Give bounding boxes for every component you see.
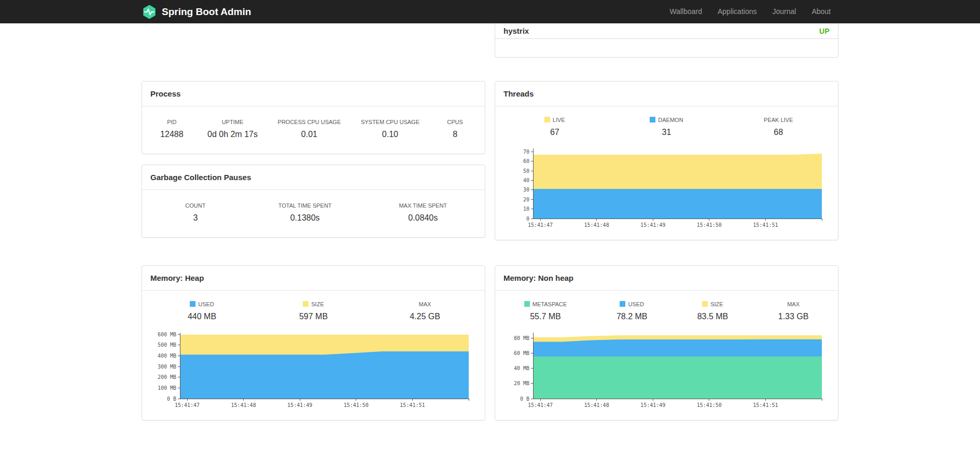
svg-text:0 B: 0 B: [167, 396, 176, 402]
svg-text:15:41:50: 15:41:50: [697, 222, 722, 228]
legend-item-peak-live: PEAK LIVE 68: [763, 117, 794, 137]
process-panel-title: Process: [142, 81, 485, 106]
metric-label: MAX TIME SPENT: [399, 202, 447, 209]
legend-item-daemon: DAEMON 31: [650, 117, 683, 137]
metric-value: 0.01: [278, 130, 341, 139]
threads-panel-title: Threads: [495, 81, 838, 106]
panel-spacer: [495, 39, 838, 57]
metric-label: UPTIME: [207, 119, 258, 125]
legend-label: LIVE: [539, 117, 570, 123]
legend-item-max: MAX 4.25 GB: [410, 301, 441, 321]
nonheap-legend: METASPACE 55.7 MB USED 78.2 MB SIZE 83.5…: [495, 291, 838, 329]
svg-text:15:41:51: 15:41:51: [400, 402, 425, 408]
metric-label: TOTAL TIME SPENT: [278, 202, 332, 209]
svg-text:15:41:47: 15:41:47: [528, 222, 553, 228]
legend-swatch: [303, 301, 309, 307]
legend-label: PEAK LIVE: [763, 117, 794, 123]
svg-text:60: 60: [523, 158, 529, 164]
memory-heap-panel: Memory: Heap USED 440 MB SIZE 597 MB MAX…: [142, 265, 485, 420]
metric-value: 0.1380s: [278, 213, 332, 223]
legend-label: SIZE: [298, 301, 329, 307]
legend-value: 68: [763, 128, 794, 137]
left-column-bottom: Memory: Heap USED 440 MB SIZE 597 MB MAX…: [142, 265, 485, 420]
navbar-inner: Spring Boot Admin Wallboard Applications…: [142, 0, 838, 23]
row-memory: Memory: Heap USED 440 MB SIZE 597 MB MAX…: [142, 265, 838, 420]
metric-value: 3: [180, 213, 211, 223]
nav-item-about[interactable]: About: [804, 0, 838, 23]
legend-swatch: [620, 301, 625, 307]
legend-item-metaspace: METASPACE 55.7 MB: [524, 301, 567, 321]
brand-title: Spring Boot Admin: [162, 6, 251, 18]
svg-text:20 MB: 20 MB: [514, 380, 529, 386]
svg-text:70: 70: [523, 149, 529, 155]
metric-value: 0.0840s: [399, 213, 447, 223]
service-row-hystrix[interactable]: hystrix UP: [495, 23, 838, 39]
legend-item-used: USED 78.2 MB: [617, 301, 648, 321]
legend-value: 78.2 MB: [617, 312, 648, 321]
svg-text:15:41:49: 15:41:49: [640, 222, 665, 228]
row-process-threads: Process PID 12488 UPTIME 0d 0h 2m 17s PR…: [142, 81, 838, 240]
nonheap-chart-wrap: 0 B20 MB40 MB60 MB80 MB15:41:4715:41:481…: [495, 329, 838, 420]
metric-uptime: UPTIME 0d 0h 2m 17s: [207, 119, 258, 139]
legend-swatch: [524, 301, 530, 307]
metric-label: CPUS: [440, 119, 471, 125]
services-panel: hystrix UP: [495, 23, 838, 58]
row-services: hystrix UP: [142, 23, 838, 58]
nav-item-applications[interactable]: Applications: [710, 0, 765, 23]
memory-heap-panel-title: Memory: Heap: [142, 266, 485, 291]
svg-text:100 MB: 100 MB: [158, 385, 176, 391]
legend-value: 67: [539, 128, 570, 137]
legend-value: 1.33 GB: [778, 312, 809, 321]
gc-panel-title: Garbage Collection Pauses: [142, 165, 485, 190]
chart-area-daemon: [533, 189, 822, 219]
left-column-mid: Process PID 12488 UPTIME 0d 0h 2m 17s PR…: [142, 81, 485, 240]
svg-text:15:41:50: 15:41:50: [344, 402, 369, 408]
svg-text:15:41:50: 15:41:50: [697, 402, 722, 408]
process-panel: Process PID 12488 UPTIME 0d 0h 2m 17s PR…: [142, 81, 485, 154]
metric-value: 0d 0h 2m 17s: [207, 130, 258, 139]
right-column-bottom: Memory: Non heap METASPACE 55.7 MB USED …: [495, 265, 838, 420]
spring-boot-admin-logo-icon: [142, 4, 157, 20]
metric-label: COUNT: [180, 202, 211, 209]
svg-text:15:41:49: 15:41:49: [640, 402, 665, 408]
metric-process-cpu-usage: PROCESS CPU USAGE 0.01: [278, 119, 341, 139]
legend-label: DAEMON: [650, 117, 683, 123]
empty-column: [142, 23, 485, 58]
legend-item-used: USED 440 MB: [187, 301, 218, 321]
nav-item-journal[interactable]: Journal: [764, 0, 804, 23]
legend-value: 55.7 MB: [524, 312, 567, 321]
svg-text:15:41:51: 15:41:51: [753, 402, 778, 408]
gc-metrics: COUNT 3 TOTAL TIME SPENT 0.1380s MAX TIM…: [142, 190, 485, 237]
metric-value: 0.10: [361, 130, 419, 139]
service-status-badge: UP: [819, 27, 830, 35]
threads-panel: Threads LIVE 67 DAEMON 31 PEAK LIVE 68: [495, 81, 838, 240]
nav-item-wallboard[interactable]: Wallboard: [662, 0, 710, 23]
svg-text:600 MB: 600 MB: [158, 332, 176, 337]
svg-text:15:41:51: 15:41:51: [753, 222, 778, 228]
service-name[interactable]: hystrix: [503, 26, 529, 35]
svg-text:30: 30: [523, 187, 529, 193]
legend-swatch: [650, 117, 655, 122]
svg-text:200 MB: 200 MB: [158, 374, 176, 380]
metric-value: 8: [440, 130, 471, 139]
threads-chart: 01020304050607015:41:4715:41:4815:41:491…: [506, 144, 827, 232]
right-column-mid: Threads LIVE 67 DAEMON 31 PEAK LIVE 68: [495, 81, 838, 240]
metric-label: SYSTEM CPU USAGE: [361, 119, 419, 125]
svg-text:50: 50: [523, 168, 529, 174]
legend-swatch: [190, 301, 195, 307]
heap-chart: 0 B100 MB200 MB300 MB400 MB500 MB600 MB1…: [152, 329, 474, 412]
svg-text:300 MB: 300 MB: [158, 364, 176, 370]
metric-count: COUNT 3: [180, 202, 211, 223]
gc-panel: Garbage Collection Pauses COUNT 3 TOTAL …: [142, 165, 485, 238]
svg-text:40 MB: 40 MB: [514, 365, 529, 371]
legend-label: METASPACE: [524, 301, 567, 307]
services-column: hystrix UP: [495, 23, 838, 58]
metric-pid: PID 12488: [156, 119, 187, 139]
brand[interactable]: Spring Boot Admin: [142, 4, 251, 20]
threads-legend: LIVE 67 DAEMON 31 PEAK LIVE 68: [495, 106, 838, 144]
metric-total-time-spent: TOTAL TIME SPENT 0.1380s: [278, 202, 332, 223]
chart-area-metaspace: [533, 357, 822, 399]
main-content: hystrix UP Process PID 12488 UPTIME 0d: [142, 23, 838, 420]
svg-text:15:41:49: 15:41:49: [287, 402, 312, 408]
legend-item-live: LIVE 67: [539, 117, 570, 137]
